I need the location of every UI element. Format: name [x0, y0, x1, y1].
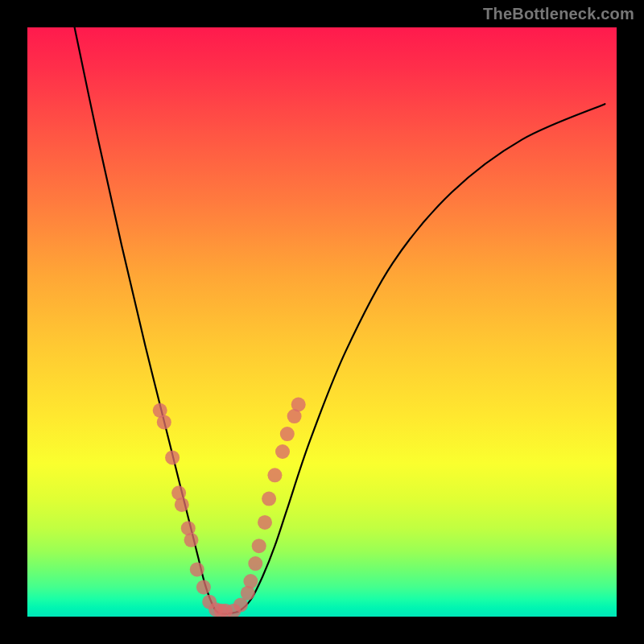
data-marker — [280, 427, 295, 441]
data-marker — [165, 450, 180, 464]
plot-area — [27, 27, 617, 617]
data-marker — [258, 515, 272, 530]
data-marker — [175, 497, 189, 512]
data-marker — [252, 539, 266, 553]
data-marker — [275, 444, 290, 459]
chart-frame: TheBottleneck.com — [0, 0, 644, 644]
data-marker — [291, 398, 306, 412]
data-marker — [190, 562, 204, 576]
markers-right-group — [226, 398, 306, 617]
markers-left-group — [153, 403, 233, 617]
data-marker — [184, 533, 199, 547]
chart-svg — [27, 27, 617, 617]
data-marker — [157, 415, 171, 429]
data-marker — [267, 468, 282, 482]
data-marker — [248, 556, 262, 571]
data-marker — [243, 574, 258, 588]
data-marker — [262, 492, 276, 506]
watermark-text: TheBottleneck.com — [483, 5, 634, 23]
bottleneck-curve-line — [75, 27, 605, 614]
data-marker — [196, 580, 211, 594]
